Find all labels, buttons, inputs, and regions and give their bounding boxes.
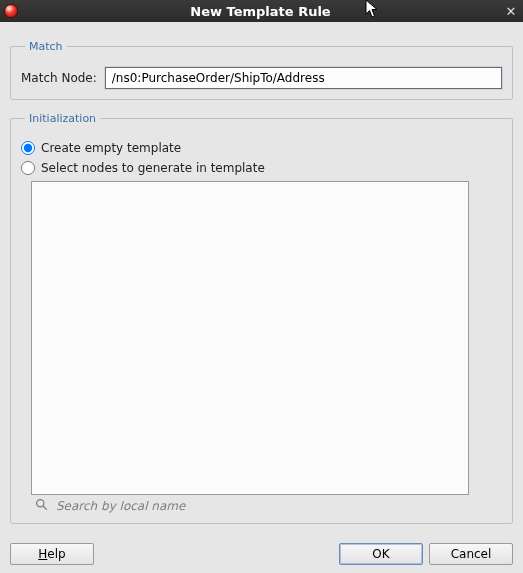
window-title: New Template Rule [18, 4, 503, 19]
help-button-rest: elp [47, 547, 65, 561]
match-node-label: Match Node: [21, 71, 97, 85]
radio-create-empty[interactable] [21, 141, 35, 155]
radio-select-nodes-label: Select nodes to generate in template [41, 161, 265, 175]
radio-row-select[interactable]: Select nodes to generate in template [21, 161, 502, 175]
radio-row-empty[interactable]: Create empty template [21, 141, 502, 155]
initialization-group: Initialization Create empty template Sel… [10, 112, 513, 524]
close-icon: ✕ [506, 5, 517, 18]
ok-button[interactable]: OK [339, 543, 423, 565]
search-input[interactable] [54, 498, 465, 514]
match-row: Match Node: [21, 67, 502, 89]
dialog-body: Match Match Node: Initialization Create … [0, 22, 523, 546]
radio-select-nodes[interactable] [21, 161, 35, 175]
search-icon [35, 498, 48, 514]
close-button[interactable]: ✕ [503, 3, 519, 19]
button-row: Help OK Cancel [0, 541, 523, 567]
search-row [31, 495, 469, 517]
help-button[interactable]: Help [10, 543, 94, 565]
svg-line-1 [43, 506, 46, 509]
node-tree-panel[interactable] [31, 181, 469, 495]
match-legend: Match [25, 40, 67, 53]
radio-create-empty-label: Create empty template [41, 141, 181, 155]
cancel-button[interactable]: Cancel [429, 543, 513, 565]
title-bar: New Template Rule ✕ [0, 0, 523, 22]
match-node-input[interactable] [105, 67, 502, 89]
initialization-legend: Initialization [25, 112, 100, 125]
svg-point-0 [37, 500, 44, 507]
match-group: Match Match Node: [10, 40, 513, 100]
app-icon [4, 4, 18, 18]
